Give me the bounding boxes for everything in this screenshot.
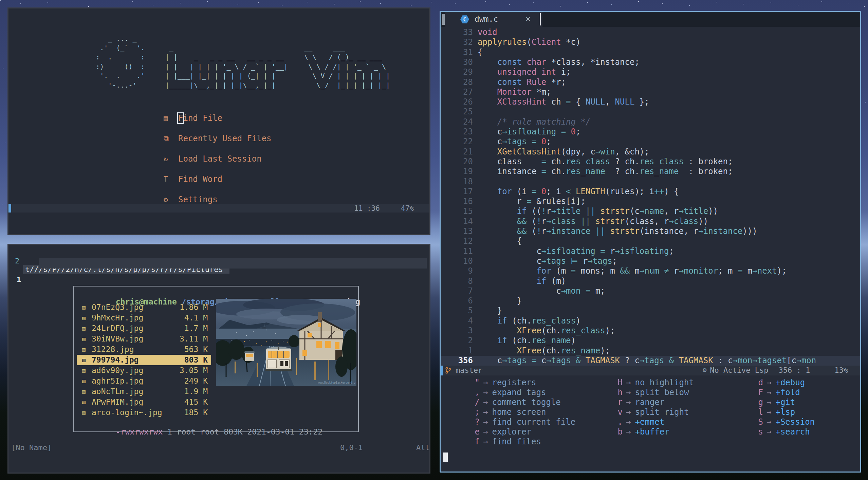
line-highlight <box>39 258 427 269</box>
code-text: class = ch.res_class ? ch.res_class : br… <box>478 157 733 167</box>
line-number: 1 <box>441 346 473 356</box>
preview-watermark: www.DesktopBackground.org <box>318 381 356 384</box>
arrow-icon: → <box>623 417 635 427</box>
code-line: 22 c→tags = 0; <box>441 137 860 147</box>
file-size: 803 K <box>184 355 208 365</box>
file-name: 07nEzQ3.jpg <box>92 302 143 313</box>
terminal-cursor-block <box>443 453 448 462</box>
line-number: 22 <box>441 137 473 147</box>
code-text: { <box>478 236 522 246</box>
tab-close-icon[interactable]: × <box>525 14 531 24</box>
whichkey-label: explorer <box>492 427 531 437</box>
code-text: applyrules(Client *c) <box>478 37 580 47</box>
code-line: 6 } <box>441 296 860 306</box>
image-file-icon: ▧ <box>82 407 86 418</box>
line-number: 26 <box>441 97 473 107</box>
whichkey-key: v <box>600 407 623 417</box>
vim-statusline: [No Name] 0,0-1 All <box>8 443 429 454</box>
file-name: 24LrDFQ.jpg <box>92 323 143 334</box>
whichkey-label: no highlight <box>635 378 694 388</box>
code-line: 23 c→isfloating = 0; <box>441 127 860 137</box>
dashboard-menu-item-recently-used-files[interactable]: ⧉Recently Used Files <box>164 132 272 145</box>
whichkey-binding--git: g→+git <box>739 398 815 407</box>
code-line: 4 if (ch.res_class) <box>441 316 860 326</box>
menu-item-icon: ↻ <box>164 155 178 163</box>
statusline-accent-bar <box>441 366 443 375</box>
arrow-icon: → <box>480 407 492 417</box>
ranger-file-row[interactable]: ▧07nEzQ3.jpg1.86 M <box>77 302 211 313</box>
whichkey-binding-split-below: h→split below <box>600 388 694 398</box>
code-text: c→tags = c→tags & TAGMASK ? c→tags & TAG… <box>478 356 816 366</box>
code-line: 29 unsigned int i; <box>441 67 860 77</box>
whichkey-label: +debug <box>775 378 805 388</box>
arrow-icon: → <box>763 378 775 388</box>
file-size: 3.11 M <box>180 334 208 344</box>
code-line: 10 c→tags ⊨ r→tags; <box>441 256 860 266</box>
git-branch-name: master <box>456 366 482 374</box>
editor-statusline: master ⚙ No Active Lsp 356 : 1 13% <box>441 366 860 375</box>
dashboard-menu-item-find-word[interactable]: TFind Word <box>164 173 222 185</box>
code-line: 17 for (i = 0; i < LENGTH(rules); i++) { <box>441 187 860 197</box>
whichkey-key: , <box>461 388 480 398</box>
code-line: 26 XClassHint ch = { NULL, NULL }; <box>441 97 860 107</box>
ranger-file-row[interactable]: ▧arco-login~.jpg185 K <box>77 407 211 418</box>
code-text: c→tags = 0; <box>478 137 551 147</box>
whichkey-binding-home-screen: ;→home screen <box>461 407 575 417</box>
arrow-icon: → <box>623 427 635 437</box>
whichkey-binding-split-right: v→split right <box>600 407 694 417</box>
line-number: 29 <box>441 67 473 77</box>
line-number: 23 <box>441 127 473 137</box>
code-text: } <box>478 296 522 306</box>
code-line: 9 for (m = mons; m && m→num ≠ r→monitor;… <box>441 266 860 276</box>
ranger-file-row[interactable]: ▧9hMxcHr.jpg4.1 M <box>77 313 211 323</box>
code-text: c→isfloating = 0; <box>478 127 580 137</box>
whichkey-label: find files <box>492 437 541 447</box>
lsp-status: No Active Lsp <box>710 366 768 374</box>
ranger-file-row[interactable]: ▧30iNVBw.jpg3.11 M <box>77 334 211 344</box>
cmdline-row-2[interactable]: 2 t///s/P//2/h/c/.l/s/n/s/p/p/s/r/r/s/Pi… <box>8 248 429 258</box>
line-number: 19 <box>441 167 473 177</box>
line-number: 9 <box>441 266 473 276</box>
code-text: && (!r→instance || strstr(instance, r→in… <box>478 226 757 236</box>
whichkey-key: F <box>739 388 763 398</box>
whichkey-binding--buffer: b→+buffer <box>600 427 694 437</box>
ranger-file-row[interactable]: ▧31228.jpg563 K <box>77 344 211 355</box>
menu-item-label: Find Word <box>178 174 222 184</box>
code-text: XFree(ch.res_class); <box>478 326 615 336</box>
buffer-name: [No Name] <box>11 443 52 452</box>
code-line: 32applyrules(Client *c) <box>441 37 860 47</box>
line-number: 24 <box>441 117 473 127</box>
whichkey-binding-find-current-file: ?→find current file <box>461 417 575 427</box>
whichkey-binding-ranger: r→ranger <box>600 398 694 407</box>
line-number: 356 <box>441 356 473 366</box>
ranger-file-row[interactable]: ▧ad6v90y.jpg3.05 M <box>77 365 211 376</box>
ranger-file-row[interactable]: ▧24LrDFQ.jpg1.7 M <box>77 323 211 334</box>
statusline-time: 11 :36 <box>354 204 380 213</box>
dashboard-menu-item-find-file[interactable]: ▤Find File <box>164 112 222 124</box>
whichkey-binding--session: S→+Session <box>739 417 815 427</box>
code-text: const char *class, *instance; <box>478 57 640 67</box>
code-line: 25 <box>441 107 860 117</box>
ranger-file-row[interactable]: ▧APwFMIM.jpg415 K <box>77 397 211 407</box>
dashboard-menu-item-load-last-session[interactable]: ↻Load Last Session <box>164 153 262 165</box>
file-size: 4.1 M <box>184 313 208 323</box>
image-file-icon: ▧ <box>82 313 86 323</box>
whichkey-label: +git <box>775 398 795 407</box>
line-number: 4 <box>441 316 473 326</box>
whichkey-binding-registers: "→registers <box>461 378 575 388</box>
code-line: 3 XFree(ch.res_class); <box>441 326 860 336</box>
image-preview: www.DesktopBackground.org <box>216 299 356 386</box>
code-line: 8 if (m) <box>441 276 860 286</box>
scroll-percent: 13% <box>834 366 848 374</box>
whichkey-binding-comment-toggle: /→comment toggle <box>461 398 575 407</box>
code-text: && (!r→class || strstr(class, r→class)) <box>478 217 708 226</box>
ranger-file-row[interactable]: ▧aghr5Ip.jpg249 K <box>77 376 211 386</box>
whichkey-label: expand tags <box>492 388 546 398</box>
line-number: 7 <box>441 286 473 296</box>
whichkey-binding--debug: d→+debug <box>739 378 815 388</box>
ranger-file-row[interactable]: ▧aoNcTLm.jpg1.9 M <box>77 386 211 397</box>
ranger-file-row[interactable]: ▧799794.jpg803 K <box>77 355 211 365</box>
code-line: 5 } <box>441 306 860 316</box>
image-file-icon: ▧ <box>82 323 86 334</box>
cmdline-row-1[interactable]: 1 <box>8 258 429 269</box>
